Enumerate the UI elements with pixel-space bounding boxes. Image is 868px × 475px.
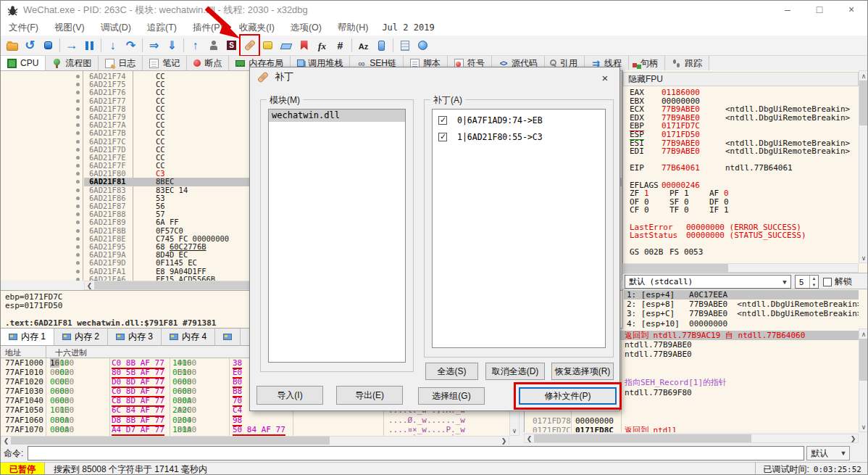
register-row[interactable]: EFLAGS00000246 [624, 181, 859, 190]
module-list-item[interactable]: wechatwin.dll [269, 110, 405, 122]
hash-icon[interactable] [331, 36, 349, 54]
command-input[interactable] [28, 446, 804, 460]
attach-icon[interactable] [204, 36, 222, 54]
scroll-up-arrow[interactable]: ∧ [859, 329, 868, 339]
open-file-icon[interactable] [3, 36, 21, 54]
registers-list[interactable]: EAX01186000EBX00000000ECX77B9ABE0<ntdll.… [624, 88, 859, 263]
register-row[interactable]: CF 0TF 0IF 1 [624, 206, 859, 215]
unlock-checkbox[interactable] [823, 278, 832, 286]
tab-handles[interactable]: 句柄 [629, 56, 665, 70]
arg-count-stepper[interactable]: 5 ▲▼ [795, 275, 819, 289]
labels-icon[interactable] [277, 36, 295, 54]
memory-tab-2[interactable]: 内存 2 [54, 329, 108, 345]
register-row[interactable]: ZF 1PF 1AF 0 [624, 189, 859, 198]
stack-row[interactable]: 0171FD7800000000 [525, 416, 859, 426]
scroll-thumb[interactable] [11, 437, 330, 445]
argument-row[interactable]: 4: [esp+10] 00000000 [624, 319, 859, 329]
register-row[interactable]: EBP0171FD7C [624, 122, 859, 131]
dialog-close-button[interactable]: × [596, 70, 614, 85]
command-script-select[interactable]: 默认 ▼ [806, 446, 850, 460]
scylla-icon[interactable] [222, 36, 241, 54]
menu-item[interactable]: 帮助(H) [330, 22, 376, 34]
stack-row[interactable]: 0171FD7C0171FD8C返回到 ntdll [525, 426, 859, 432]
register-row[interactable]: EIP77B64061ntdll.77B64061 [624, 164, 859, 173]
register-row[interactable]: EAX01186000 [624, 88, 859, 97]
menu-item[interactable]: 调试(D) [93, 22, 139, 34]
scroll-down-arrow[interactable]: ∨ [859, 253, 868, 263]
website-icon[interactable] [414, 36, 432, 54]
calculator-icon[interactable] [396, 36, 414, 54]
patch-dialog-titlebar[interactable]: 补丁 [250, 67, 619, 86]
step-over-icon[interactable] [122, 36, 140, 54]
scroll-thumb[interactable] [623, 264, 728, 272]
memory-tab-4[interactable]: 内存 4 [162, 329, 215, 345]
menu-item[interactable]: 追踪(T) [139, 22, 185, 34]
patches-list[interactable]: 0|6A7F1AD9:74->EB1|6AD21F80:55->C3 [432, 109, 606, 348]
tab-notes[interactable]: 笔记 [143, 56, 187, 70]
step-into-icon[interactable] [104, 36, 122, 54]
scroll-left-arrow[interactable]: ❮ [525, 434, 534, 442]
scroll-thumb[interactable] [534, 434, 751, 442]
tab-breakpoint[interactable]: 断点 [187, 56, 229, 70]
memory-tab-3[interactable]: 内存 3 [108, 329, 162, 345]
restore-selection-button[interactable]: 恢复选择项(R) [551, 363, 614, 380]
dump-row[interactable]: 77AF107008 00 0A 00 A4 D7 AF 7718 00 1A … [1, 425, 509, 434]
blank-line[interactable] [624, 173, 859, 181]
menu-item[interactable]: 选项(O) [283, 22, 330, 34]
register-row[interactable]: LastStatus00000000 (STATUS_SUCCESS) [624, 231, 859, 240]
pause-icon[interactable] [80, 36, 99, 54]
hide-fpu-button[interactable]: 隐藏FPU [623, 72, 859, 86]
tab-cpu[interactable]: CPU [1, 56, 46, 70]
select-all-button[interactable]: 全选(S) [425, 363, 478, 380]
stop-icon[interactable] [39, 36, 57, 54]
register-row[interactable]: EDI77B9ABE0<ntdll.DbgUiRemoteBreakin> [624, 147, 859, 156]
memory-tab-1[interactable]: 内存 1 [1, 329, 54, 345]
close-button[interactable]: × [835, 1, 867, 20]
stack-vscrollbar[interactable]: ∧ ∨ [859, 329, 868, 432]
argument-row[interactable]: 1: [esp+4] A0C17EEA [624, 290, 859, 300]
select-group-button[interactable]: 选择组(G) [418, 387, 485, 405]
patch-checkbox[interactable] [438, 133, 447, 141]
run-icon[interactable] [62, 36, 80, 54]
spinner-up-icon[interactable]: ▲ [810, 276, 818, 282]
title-bar[interactable]: WeChat.exe - PID: 263C - 模块: wechatwin.d… [1, 1, 867, 20]
import-button[interactable]: 导入(I) [256, 386, 323, 405]
patch-list-item[interactable]: 1|6AD21F80:55->C3 [433, 131, 605, 143]
scroll-left-arrow[interactable]: ❮ [1, 437, 11, 445]
comments-icon[interactable] [259, 36, 277, 54]
case-sensitive-icon[interactable] [354, 36, 372, 54]
scroll-down-arrow[interactable]: ∨ [510, 426, 519, 435]
step-out-icon[interactable] [163, 36, 181, 54]
argument-row[interactable]: 2: [esp+8] 77B9ABE0 <ntdll.DbgUiRemoteBr… [624, 300, 859, 309]
scroll-up-arrow[interactable]: ∧ [859, 71, 868, 80]
tab-graph[interactable]: 流程图 [46, 56, 99, 70]
functions-icon[interactable] [313, 36, 331, 54]
maximize-button[interactable]: □ [804, 1, 835, 20]
scroll-thumb[interactable] [859, 80, 868, 125]
bookmarks-icon[interactable] [295, 36, 313, 54]
patch-list-item[interactable]: 0|6A7F1AD9:74->EB [433, 115, 605, 126]
modules-icon[interactable] [372, 36, 391, 54]
register-row[interactable]: GS 002BFS 0053 [624, 248, 859, 257]
modules-list[interactable]: wechatwin.dll [268, 109, 406, 363]
scroll-down-arrow[interactable]: ∨ [859, 422, 868, 431]
scroll-thumb[interactable] [859, 339, 868, 381]
register-row[interactable]: OF 0SF 0DF 0 [624, 198, 859, 207]
calling-convention-select[interactable]: 默认 (stdcall) ▼ [625, 275, 791, 289]
tab-log[interactable]: 日志 [99, 56, 143, 70]
menu-item[interactable]: 视图(V) [46, 22, 93, 34]
arguments-panel[interactable]: 1: [esp+4] A0C17EEA2: [esp+8] 77B9ABE0 <… [624, 290, 859, 329]
scroll-right-arrow[interactable]: ❯ [848, 434, 858, 442]
export-button[interactable]: 导出(E) [336, 386, 403, 405]
registers-vscrollbar[interactable]: ∧ ∨ [859, 70, 868, 263]
stack-hscrollbar[interactable]: ❮ ❯ [524, 434, 859, 443]
register-row[interactable]: EDX77B9ABE0<ntdll.DbgUiRemoteBreakin> [624, 114, 859, 123]
argument-row[interactable]: 3: [esp+C] 77B9ABE0 <ntdll.DbgUiRemoteBr… [624, 309, 859, 318]
run-to-user-code-icon[interactable] [186, 36, 204, 54]
menu-item[interactable]: 收藏夹(I) [231, 22, 283, 34]
scroll-left-arrow[interactable]: ❮ [85, 281, 94, 289]
scroll-right-arrow[interactable]: ❯ [499, 437, 509, 445]
minimize-button[interactable]: – [772, 1, 804, 20]
menu-item[interactable]: 插件(P) [185, 22, 231, 34]
registers-hscrollbar[interactable] [622, 263, 859, 273]
